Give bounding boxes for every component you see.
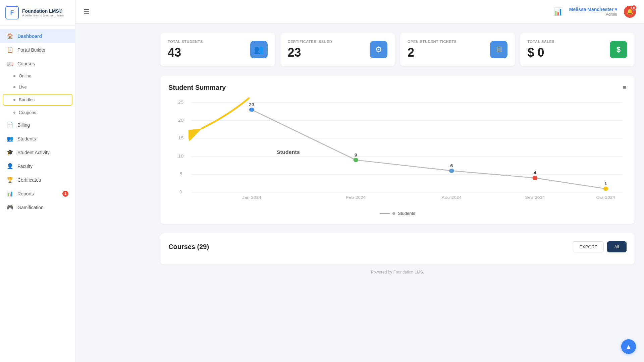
sidebar-item-faculty[interactable]: 👤 Faculty [0,159,75,173]
stat-card-total-students: TOTAL STUDENTS 43 👥 [160,33,275,66]
students-icon: 👥 [7,135,13,142]
analytics-icon[interactable]: 📊 [553,7,562,16]
svg-text:6: 6 [450,163,453,168]
sidebar-item-students[interactable]: 👥 Students [0,132,75,145]
svg-text:1: 1 [604,181,607,186]
live-dot [13,86,15,88]
legend-dot [392,212,395,215]
sidebar-item-gamification[interactable]: 🎮 Gamification [0,200,75,214]
courses-title: Courses (29) [168,243,209,251]
all-button[interactable]: All [607,241,627,252]
gamification-icon: 🎮 [7,204,13,210]
sidebar-item-courses[interactable]: 📖 Courses [0,57,75,70]
chart-menu-button[interactable]: ≡ [623,84,627,92]
stat-info-total-students: TOTAL STUDENTS 43 [168,40,203,60]
certificates-label: CERTIFICATES ISSUED [288,40,332,44]
total-students-value: 43 [168,46,203,60]
reports-badge: 1 [62,191,68,197]
notification-bell-button[interactable]: 🔔 6 [624,6,636,18]
svg-text:15: 15 [178,135,184,140]
online-label: Online [19,73,32,78]
stat-info-open-tickets: OPEN STUDENT TICKETS 2 [408,40,457,60]
certificates-value: 23 [288,46,332,60]
data-point-sep [532,176,537,180]
portal-builder-label: Portal Builder [17,47,46,53]
sidebar-item-portal-builder[interactable]: 📋 Portal Builder [0,43,75,57]
bundles-label: Bundles [19,97,35,102]
export-button[interactable]: EXPORT [573,241,603,252]
data-point-aug [449,169,454,173]
stats-row: TOTAL STUDENTS 43 👥 CERTIFICATES ISSUED … [160,33,635,66]
sidebar-item-coupons[interactable]: Coupons [0,107,75,118]
stat-info-certificates: CERTIFICATES ISSUED 23 [288,40,332,60]
tickets-icon: 🖥 [495,45,503,54]
coupons-dot [13,112,15,114]
svg-text:Students: Students [277,149,300,155]
data-point-oct [603,187,608,191]
billing-label: Billing [17,122,30,128]
sidebar-item-live[interactable]: Live [0,81,75,93]
main-content: TOTAL STUDENTS 43 👥 CERTIFICATES ISSUED … [151,23,644,362]
dropdown-icon[interactable]: ▾ [615,7,617,12]
coupons-label: Coupons [19,110,36,115]
faculty-icon: 👤 [7,163,13,169]
students-label: Students [17,136,36,141]
open-tickets-value: 2 [408,46,457,60]
online-dot [13,75,15,77]
chart-container: 25 20 15 10 5 0 [168,98,627,205]
courses-icon: 📖 [7,60,13,67]
open-tickets-label: OPEN STUDENT TICKETS [408,40,457,44]
total-sales-value: $ 0 [528,46,555,60]
sidebar-item-dashboard[interactable]: 🏠 Dashboard [0,29,75,43]
portal-builder-icon: 📋 [7,47,13,53]
stat-info-total-sales: TOTAL SALES $ 0 [528,40,555,60]
certificates-icon: 🏆 [7,177,13,183]
dashboard-label: Dashboard [17,34,42,39]
data-point-jan [249,108,254,112]
reports-icon: 📊 [7,190,13,197]
footer: Powered by Foundation LMS. [160,264,635,280]
gamification-label: Gamification [17,205,44,210]
chart-legend: Students [168,211,627,216]
data-point-feb [353,158,358,162]
bundles-dot [13,99,15,101]
svg-text:Jan-2024: Jan-2024 [242,195,261,199]
legend-line [380,213,390,214]
total-students-icon: 👥 [254,45,264,54]
sidebar-item-certificates[interactable]: 🏆 Certificates [0,173,75,187]
svg-text:4: 4 [534,170,537,175]
svg-text:25: 25 [178,100,184,105]
student-summary-chart: 25 20 15 10 5 0 [168,98,627,199]
total-sales-label: TOTAL SALES [528,40,555,44]
sidebar-item-student-activity[interactable]: 🎓 Student Activity [0,145,75,159]
chart-section: Student Summary ≡ 25 20 15 10 [160,76,635,224]
dashboard-icon: 🏠 [7,33,13,39]
user-name: Melissa Manchester ▾ [569,7,617,12]
hamburger-button[interactable]: ☰ [84,8,90,16]
courses-section: Courses (29) EXPORT All [160,233,635,264]
sales-icon: $ [616,45,621,54]
student-activity-label: Student Activity [17,150,50,155]
total-students-icon-box: 👥 [250,41,268,58]
reports-label: Reports [17,191,34,196]
sidebar-item-online[interactable]: Online [0,70,75,81]
scroll-top-icon: ▲ [625,343,632,351]
student-activity-icon: 🎓 [7,149,13,156]
stat-card-open-tickets: OPEN STUDENT TICKETS 2 🖥 [400,33,515,66]
logo-icon: F [5,6,19,19]
courses-label: Courses [17,61,35,66]
sidebar-item-billing[interactable]: 📄 Billing [0,118,75,132]
scroll-to-top-button[interactable]: ▲ [621,339,636,354]
legend-label: Students [398,211,415,216]
live-label: Live [19,84,27,89]
sidebar-item-bundles[interactable]: Bundles [3,94,72,106]
stat-card-total-sales: TOTAL SALES $ 0 $ [520,33,635,66]
footer-text: Powered by Foundation LMS. [371,270,424,275]
certificates-label: Certificates [17,177,41,183]
svg-text:10: 10 [178,154,184,159]
sidebar-item-reports[interactable]: 📊 Reports 1 [0,187,75,200]
open-tickets-icon-box: 🖥 [490,41,507,58]
user-info: Melissa Manchester ▾ Admin [569,7,617,17]
notification-count: 6 [631,5,637,10]
svg-text:Oct-2024: Oct-2024 [596,195,615,199]
